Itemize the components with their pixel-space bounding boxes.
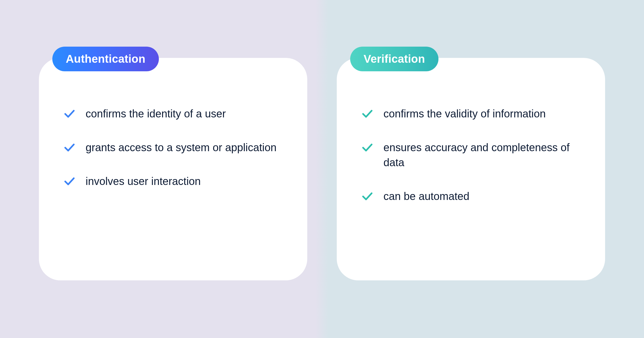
- verification-card: Verification confirms the validity of in…: [337, 58, 605, 280]
- list-item-text: grants access to a system or application: [86, 140, 276, 155]
- authentication-badge: Authentication: [52, 47, 159, 71]
- check-icon: [63, 175, 76, 188]
- check-icon: [361, 107, 374, 120]
- diagram-canvas: Authentication confirms the identity of …: [0, 0, 644, 338]
- list-item: grants access to a system or application: [63, 140, 283, 155]
- check-icon: [361, 190, 374, 203]
- check-icon: [63, 107, 76, 120]
- list-item: can be automated: [361, 189, 581, 204]
- verification-title: Verification: [364, 53, 425, 65]
- list-item-text: involves user interaction: [86, 174, 201, 189]
- authentication-card: Authentication confirms the identity of …: [39, 58, 307, 280]
- check-icon: [361, 141, 374, 154]
- list-item: involves user interaction: [63, 174, 283, 189]
- verification-badge: Verification: [350, 47, 438, 71]
- list-item-text: can be automated: [383, 189, 469, 204]
- list-item-text: confirms the validity of information: [383, 106, 546, 121]
- list-item: confirms the validity of information: [361, 106, 581, 121]
- list-item: confirms the identity of a user: [63, 106, 283, 121]
- list-item: ensures accuracy and completeness of dat…: [361, 140, 581, 170]
- check-icon: [63, 141, 76, 154]
- authentication-title: Authentication: [66, 53, 145, 65]
- list-item-text: ensures accuracy and completeness of dat…: [383, 140, 577, 170]
- list-item-text: confirms the identity of a user: [86, 106, 226, 121]
